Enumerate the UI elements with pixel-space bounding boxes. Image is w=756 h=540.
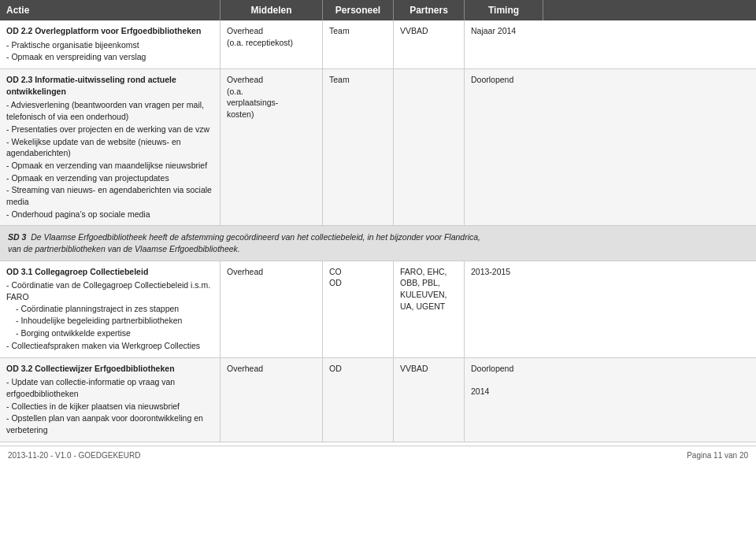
header-partners: Partners: [394, 0, 465, 20]
cell-actie-od3-2: OD 3.2 Collectiewijzer Erfgoedbibliothek…: [0, 358, 220, 442]
list-item: Opmaak en verzending van projectupdates: [6, 172, 213, 184]
table-row: OD 2.3 Informatie-uitwisseling rond actu…: [0, 69, 756, 226]
footer: 2013-11-20 - V1.0 - GOEDGEKEURD Pagina 1…: [0, 446, 756, 464]
list-item: Streaming van nieuws- en agendaberichten…: [6, 184, 213, 207]
cell-actie-od3-1: OD 3.1 Collegagroep Collectiebeleid Coör…: [0, 261, 220, 357]
cell-partners-od3-1: FARO, EHC,OBB, PBL,KULEUVEN,UA, UGENT: [394, 261, 465, 357]
row-title: OD 2.2 Overlegplatform voor Erfgoedbibli…: [6, 25, 213, 37]
list-item: Opstellen plan van aanpak voor doorontwi…: [6, 412, 213, 435]
bullet-list: Praktische organisatie bijeenkomst Opmaa…: [6, 39, 213, 63]
header-actie: Actie: [0, 0, 220, 20]
cell-middelen-od2-2: Overhead(o.a. receptiekost): [220, 20, 323, 68]
bullet-list: Coördinatie van de Collegagroep Collecti…: [6, 279, 213, 351]
row-title: OD 3.1 Collegagroep Collectiebeleid: [6, 266, 213, 278]
list-item: Opmaak en verspreiding van verslag: [6, 51, 213, 63]
list-item: Onderhoud pagina’s op sociale media: [6, 209, 213, 220]
cell-middelen-od2-3: Overhead(o.a.verplaatsings-kosten): [220, 69, 323, 225]
bullet-list: Update van collectie-informatie op vraag…: [6, 376, 213, 435]
sub-bullet-list: Coördinatie planningstraject in zes stap…: [6, 303, 213, 339]
footer-left: 2013-11-20 - V1.0 - GOEDGEKEURD: [8, 451, 140, 460]
section-id: SD 3: [8, 232, 26, 242]
cell-personeel-od2-3: Team: [323, 69, 394, 225]
list-item: Presentaties over projecten en de werkin…: [6, 124, 213, 135]
row-title: OD 3.2 Collectiewijzer Erfgoedbibliothek…: [6, 363, 213, 375]
cell-partners-od2-3: [394, 69, 465, 225]
header-middelen: Middelen: [220, 0, 323, 20]
list-item: Wekelijkse update van de website (nieuws…: [6, 136, 213, 159]
list-item: Adviesverlening (beantwoorden van vragen…: [6, 99, 213, 122]
cell-middelen-od3-1: Overhead: [220, 261, 323, 357]
section-header-sd3: SD 3 De Vlaamse Erfgoedbibliotheek heeft…: [0, 226, 756, 261]
cell-timing-od2-3: Doorlopend: [465, 69, 543, 225]
row-title: OD 2.3 Informatie-uitwisseling rond actu…: [6, 74, 213, 97]
list-item: Opmaak en verzending van maandelijkse ni…: [6, 160, 213, 172]
bullet-list: Adviesverlening (beantwoorden van vragen…: [6, 99, 213, 220]
cell-actie-od2-2: OD 2.2 Overlegplatform voor Erfgoedbibli…: [0, 20, 220, 68]
list-item: Praktische organisatie bijeenkomst: [6, 39, 213, 51]
list-item: Borging ontwikkelde expertise: [16, 327, 213, 339]
list-item: Collectieafspraken maken via Werkgroep C…: [6, 340, 213, 352]
list-item: Inhoudelijke begeleiding partnerbiblioth…: [16, 315, 213, 327]
table-row: OD 3.2 Collectiewijzer Erfgoedbibliothek…: [0, 358, 756, 442]
footer-right: Pagina 11 van 20: [687, 451, 748, 460]
list-item: Coördinatie van de Collegagroep Collecti…: [6, 279, 213, 338]
cell-partners-od2-2: VVBAD: [394, 20, 465, 68]
table-row: OD 2.2 Overlegplatform voor Erfgoedbibli…: [0, 20, 756, 69]
cell-timing-od3-1: 2013-2015: [465, 261, 543, 357]
cell-partners-od3-2: VVBAD: [394, 358, 465, 442]
cell-personeel-od2-2: Team: [323, 20, 394, 68]
list-item: Collecties in de kijker plaatsen via nie…: [6, 401, 213, 412]
page: Actie Middelen Personeel Partners Timing…: [0, 0, 756, 464]
list-item: Update van collectie-informatie op vraag…: [6, 376, 213, 399]
cell-actie-od2-3: OD 2.3 Informatie-uitwisseling rond actu…: [0, 69, 220, 225]
cell-timing-od2-2: Najaar 2014: [465, 20, 543, 68]
header-timing: Timing: [465, 0, 543, 20]
cell-personeel-od3-1: COOD: [323, 261, 394, 357]
table-header: Actie Middelen Personeel Partners Timing: [0, 0, 756, 20]
cell-middelen-od3-2: Overhead: [220, 358, 323, 442]
cell-personeel-od3-2: OD: [323, 358, 394, 442]
list-item: Coördinatie planningstraject in zes stap…: [16, 303, 213, 315]
table-row: OD 3.1 Collegagroep Collectiebeleid Coör…: [0, 261, 756, 358]
cell-timing-od3-2: Doorlopend2014: [465, 358, 543, 442]
header-personeel: Personeel: [323, 0, 394, 20]
